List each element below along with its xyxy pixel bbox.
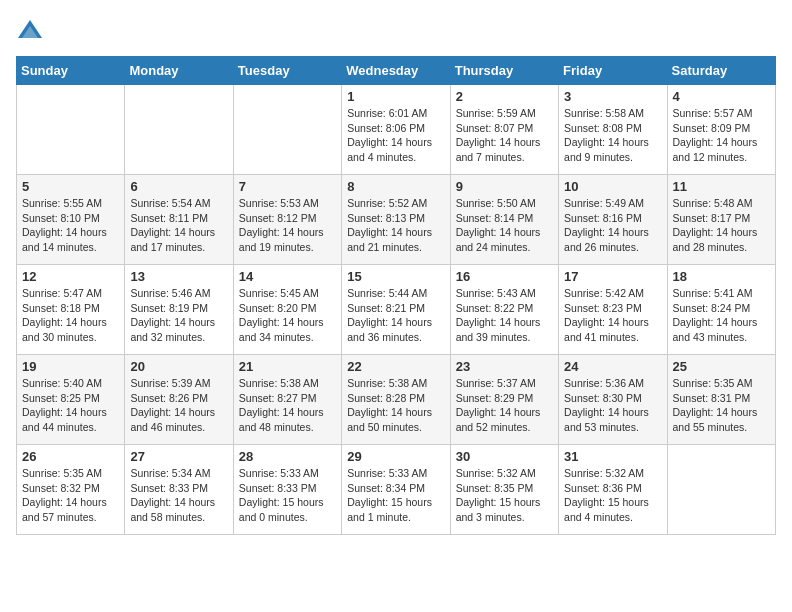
day-number: 17 bbox=[564, 269, 661, 284]
calendar-cell: 26Sunrise: 5:35 AM Sunset: 8:32 PM Dayli… bbox=[17, 445, 125, 535]
day-number: 1 bbox=[347, 89, 444, 104]
day-number: 8 bbox=[347, 179, 444, 194]
calendar-cell: 1Sunrise: 6:01 AM Sunset: 8:06 PM Daylig… bbox=[342, 85, 450, 175]
day-number: 11 bbox=[673, 179, 770, 194]
day-number: 12 bbox=[22, 269, 119, 284]
calendar-cell: 5Sunrise: 5:55 AM Sunset: 8:10 PM Daylig… bbox=[17, 175, 125, 265]
day-info: Sunrise: 6:01 AM Sunset: 8:06 PM Dayligh… bbox=[347, 106, 444, 165]
calendar-week-5: 26Sunrise: 5:35 AM Sunset: 8:32 PM Dayli… bbox=[17, 445, 776, 535]
weekday-monday: Monday bbox=[125, 57, 233, 85]
calendar-cell bbox=[125, 85, 233, 175]
calendar-cell: 21Sunrise: 5:38 AM Sunset: 8:27 PM Dayli… bbox=[233, 355, 341, 445]
weekday-tuesday: Tuesday bbox=[233, 57, 341, 85]
day-info: Sunrise: 5:36 AM Sunset: 8:30 PM Dayligh… bbox=[564, 376, 661, 435]
calendar-cell: 11Sunrise: 5:48 AM Sunset: 8:17 PM Dayli… bbox=[667, 175, 775, 265]
calendar-cell: 24Sunrise: 5:36 AM Sunset: 8:30 PM Dayli… bbox=[559, 355, 667, 445]
weekday-saturday: Saturday bbox=[667, 57, 775, 85]
calendar-header: SundayMondayTuesdayWednesdayThursdayFrid… bbox=[17, 57, 776, 85]
calendar-cell: 4Sunrise: 5:57 AM Sunset: 8:09 PM Daylig… bbox=[667, 85, 775, 175]
calendar-cell: 13Sunrise: 5:46 AM Sunset: 8:19 PM Dayli… bbox=[125, 265, 233, 355]
calendar-week-3: 12Sunrise: 5:47 AM Sunset: 8:18 PM Dayli… bbox=[17, 265, 776, 355]
day-number: 23 bbox=[456, 359, 553, 374]
calendar-week-1: 1Sunrise: 6:01 AM Sunset: 8:06 PM Daylig… bbox=[17, 85, 776, 175]
day-info: Sunrise: 5:45 AM Sunset: 8:20 PM Dayligh… bbox=[239, 286, 336, 345]
day-number: 14 bbox=[239, 269, 336, 284]
calendar-cell: 19Sunrise: 5:40 AM Sunset: 8:25 PM Dayli… bbox=[17, 355, 125, 445]
day-number: 20 bbox=[130, 359, 227, 374]
day-info: Sunrise: 5:46 AM Sunset: 8:19 PM Dayligh… bbox=[130, 286, 227, 345]
day-info: Sunrise: 5:59 AM Sunset: 8:07 PM Dayligh… bbox=[456, 106, 553, 165]
day-info: Sunrise: 5:35 AM Sunset: 8:32 PM Dayligh… bbox=[22, 466, 119, 525]
day-info: Sunrise: 5:58 AM Sunset: 8:08 PM Dayligh… bbox=[564, 106, 661, 165]
day-number: 31 bbox=[564, 449, 661, 464]
calendar-cell: 27Sunrise: 5:34 AM Sunset: 8:33 PM Dayli… bbox=[125, 445, 233, 535]
day-number: 4 bbox=[673, 89, 770, 104]
day-number: 26 bbox=[22, 449, 119, 464]
day-number: 28 bbox=[239, 449, 336, 464]
calendar-cell: 7Sunrise: 5:53 AM Sunset: 8:12 PM Daylig… bbox=[233, 175, 341, 265]
day-number: 19 bbox=[22, 359, 119, 374]
page-header bbox=[16, 16, 776, 44]
calendar-body: 1Sunrise: 6:01 AM Sunset: 8:06 PM Daylig… bbox=[17, 85, 776, 535]
day-info: Sunrise: 5:44 AM Sunset: 8:21 PM Dayligh… bbox=[347, 286, 444, 345]
day-info: Sunrise: 5:33 AM Sunset: 8:33 PM Dayligh… bbox=[239, 466, 336, 525]
day-number: 21 bbox=[239, 359, 336, 374]
day-number: 22 bbox=[347, 359, 444, 374]
calendar-cell: 31Sunrise: 5:32 AM Sunset: 8:36 PM Dayli… bbox=[559, 445, 667, 535]
day-info: Sunrise: 5:38 AM Sunset: 8:27 PM Dayligh… bbox=[239, 376, 336, 435]
calendar-cell: 16Sunrise: 5:43 AM Sunset: 8:22 PM Dayli… bbox=[450, 265, 558, 355]
day-number: 13 bbox=[130, 269, 227, 284]
day-number: 16 bbox=[456, 269, 553, 284]
day-info: Sunrise: 5:47 AM Sunset: 8:18 PM Dayligh… bbox=[22, 286, 119, 345]
calendar-cell: 8Sunrise: 5:52 AM Sunset: 8:13 PM Daylig… bbox=[342, 175, 450, 265]
calendar-cell: 17Sunrise: 5:42 AM Sunset: 8:23 PM Dayli… bbox=[559, 265, 667, 355]
calendar-week-4: 19Sunrise: 5:40 AM Sunset: 8:25 PM Dayli… bbox=[17, 355, 776, 445]
day-info: Sunrise: 5:39 AM Sunset: 8:26 PM Dayligh… bbox=[130, 376, 227, 435]
day-number: 29 bbox=[347, 449, 444, 464]
day-number: 18 bbox=[673, 269, 770, 284]
day-info: Sunrise: 5:38 AM Sunset: 8:28 PM Dayligh… bbox=[347, 376, 444, 435]
weekday-sunday: Sunday bbox=[17, 57, 125, 85]
day-number: 2 bbox=[456, 89, 553, 104]
weekday-wednesday: Wednesday bbox=[342, 57, 450, 85]
calendar-cell: 20Sunrise: 5:39 AM Sunset: 8:26 PM Dayli… bbox=[125, 355, 233, 445]
logo-icon bbox=[16, 16, 44, 44]
weekday-thursday: Thursday bbox=[450, 57, 558, 85]
calendar-cell bbox=[17, 85, 125, 175]
day-info: Sunrise: 5:41 AM Sunset: 8:24 PM Dayligh… bbox=[673, 286, 770, 345]
day-info: Sunrise: 5:49 AM Sunset: 8:16 PM Dayligh… bbox=[564, 196, 661, 255]
calendar-cell: 30Sunrise: 5:32 AM Sunset: 8:35 PM Dayli… bbox=[450, 445, 558, 535]
day-number: 30 bbox=[456, 449, 553, 464]
day-info: Sunrise: 5:37 AM Sunset: 8:29 PM Dayligh… bbox=[456, 376, 553, 435]
calendar-cell: 3Sunrise: 5:58 AM Sunset: 8:08 PM Daylig… bbox=[559, 85, 667, 175]
day-info: Sunrise: 5:52 AM Sunset: 8:13 PM Dayligh… bbox=[347, 196, 444, 255]
calendar-cell: 28Sunrise: 5:33 AM Sunset: 8:33 PM Dayli… bbox=[233, 445, 341, 535]
weekday-header-row: SundayMondayTuesdayWednesdayThursdayFrid… bbox=[17, 57, 776, 85]
calendar-cell bbox=[667, 445, 775, 535]
calendar-week-2: 5Sunrise: 5:55 AM Sunset: 8:10 PM Daylig… bbox=[17, 175, 776, 265]
day-number: 15 bbox=[347, 269, 444, 284]
calendar-cell bbox=[233, 85, 341, 175]
calendar-cell: 23Sunrise: 5:37 AM Sunset: 8:29 PM Dayli… bbox=[450, 355, 558, 445]
day-number: 10 bbox=[564, 179, 661, 194]
calendar-cell: 6Sunrise: 5:54 AM Sunset: 8:11 PM Daylig… bbox=[125, 175, 233, 265]
calendar-cell: 10Sunrise: 5:49 AM Sunset: 8:16 PM Dayli… bbox=[559, 175, 667, 265]
day-number: 25 bbox=[673, 359, 770, 374]
day-number: 3 bbox=[564, 89, 661, 104]
day-info: Sunrise: 5:35 AM Sunset: 8:31 PM Dayligh… bbox=[673, 376, 770, 435]
day-number: 9 bbox=[456, 179, 553, 194]
day-info: Sunrise: 5:54 AM Sunset: 8:11 PM Dayligh… bbox=[130, 196, 227, 255]
day-info: Sunrise: 5:48 AM Sunset: 8:17 PM Dayligh… bbox=[673, 196, 770, 255]
day-info: Sunrise: 5:43 AM Sunset: 8:22 PM Dayligh… bbox=[456, 286, 553, 345]
day-info: Sunrise: 5:32 AM Sunset: 8:36 PM Dayligh… bbox=[564, 466, 661, 525]
weekday-friday: Friday bbox=[559, 57, 667, 85]
day-number: 24 bbox=[564, 359, 661, 374]
calendar-cell: 22Sunrise: 5:38 AM Sunset: 8:28 PM Dayli… bbox=[342, 355, 450, 445]
calendar-cell: 2Sunrise: 5:59 AM Sunset: 8:07 PM Daylig… bbox=[450, 85, 558, 175]
calendar-cell: 29Sunrise: 5:33 AM Sunset: 8:34 PM Dayli… bbox=[342, 445, 450, 535]
day-info: Sunrise: 5:53 AM Sunset: 8:12 PM Dayligh… bbox=[239, 196, 336, 255]
logo bbox=[16, 16, 48, 44]
calendar-cell: 14Sunrise: 5:45 AM Sunset: 8:20 PM Dayli… bbox=[233, 265, 341, 355]
day-info: Sunrise: 5:32 AM Sunset: 8:35 PM Dayligh… bbox=[456, 466, 553, 525]
day-number: 7 bbox=[239, 179, 336, 194]
